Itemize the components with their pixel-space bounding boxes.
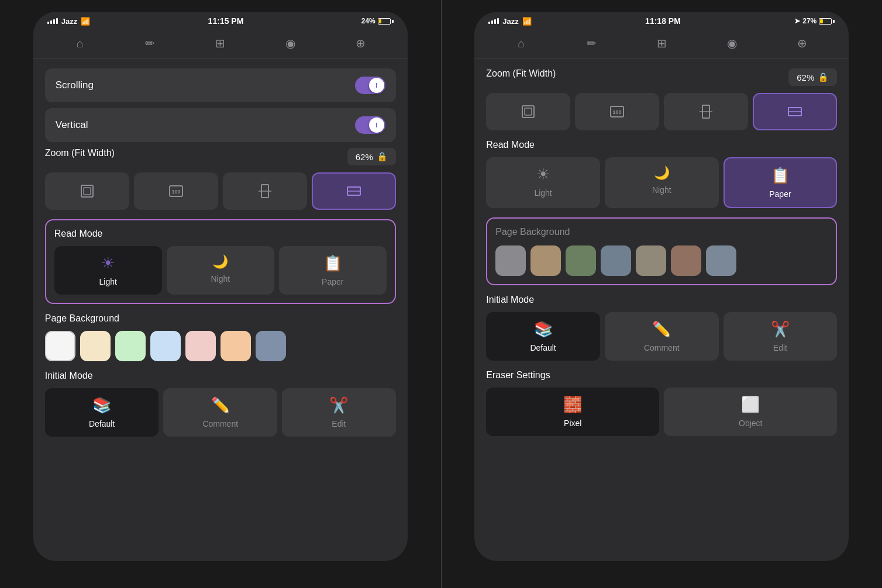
left-initial-mode-buttons: 📚 Default ✏️ Comment ✂️ Edit xyxy=(45,388,396,437)
right-zoom-section: Zoom (Fit Width) 62% 🔒 100 xyxy=(486,68,837,130)
left-status-bar: Jazz 📶 11:15 PM 24% xyxy=(33,12,408,28)
right-initial-edit-icon: ✂️ xyxy=(771,320,790,338)
right-initial-default[interactable]: 📚 Default xyxy=(486,312,600,361)
scrolling-label: Scrolling xyxy=(56,79,94,91)
left-night-icon: 🌙 xyxy=(212,254,228,269)
right-bg-steel[interactable] xyxy=(601,245,631,276)
right-eraser-object-icon: ⬜ xyxy=(741,396,760,414)
vertical-row[interactable]: Vertical I xyxy=(45,108,396,142)
left-mode-light[interactable]: ☀ Light xyxy=(54,246,162,295)
right-nav-face[interactable]: ◉ xyxy=(721,33,742,54)
right-bg-slate[interactable] xyxy=(706,245,736,276)
bar4 xyxy=(56,18,58,24)
right-mode-buttons: ☀ Light 🌙 Night 📋 Paper xyxy=(486,157,837,208)
right-nav-edit[interactable]: ✏ xyxy=(581,33,602,54)
left-nav-edit[interactable]: ✏ xyxy=(140,33,161,54)
left-bg-green[interactable] xyxy=(115,331,146,361)
right-bg-warm[interactable] xyxy=(636,245,666,276)
left-zoom-fit-page[interactable] xyxy=(45,172,129,210)
left-initial-default[interactable]: 📚 Default xyxy=(45,388,159,437)
svg-text:100: 100 xyxy=(171,189,180,195)
left-zoom-row: Zoom (Fit Width) 62% 🔒 xyxy=(45,148,396,165)
left-bg-white[interactable] xyxy=(45,331,75,361)
right-night-icon: 🌙 xyxy=(654,165,670,181)
right-initial-comment-icon: ✏️ xyxy=(652,320,671,338)
left-mode-night[interactable]: 🌙 Night xyxy=(167,246,274,295)
right-eraser-object[interactable]: ⬜ Object xyxy=(664,388,837,436)
left-initial-edit-label: Edit xyxy=(332,419,346,428)
left-zoom-value: 62% xyxy=(356,152,373,162)
right-bg-green[interactable] xyxy=(566,245,596,276)
left-mode-paper[interactable]: 📋 Paper xyxy=(279,246,387,295)
left-battery-tip xyxy=(392,20,394,23)
right-mode-night[interactable]: 🌙 Night xyxy=(605,157,719,208)
right-zoom-fit-width[interactable] xyxy=(753,93,837,130)
right-time: 11:18 PM xyxy=(645,16,681,26)
left-bg-orange[interactable] xyxy=(220,331,251,361)
right-zoom-100[interactable]: 100 xyxy=(575,93,659,130)
right-battery-tip xyxy=(833,20,835,23)
left-bg-cream[interactable] xyxy=(80,331,111,361)
right-zoom-fit-page[interactable] xyxy=(486,93,570,130)
right-bg-tan[interactable] xyxy=(530,245,561,276)
right-battery-fill xyxy=(820,19,823,23)
left-bg-pink[interactable] xyxy=(185,331,216,361)
right-zoom-fit-width-alt[interactable] xyxy=(664,93,748,130)
vertical-toggle[interactable]: I xyxy=(355,116,385,134)
right-eraser-pixel[interactable]: 🧱 Pixel xyxy=(486,388,659,436)
left-signal xyxy=(47,18,58,24)
right-initial-edit[interactable]: ✂️ Edit xyxy=(723,312,838,361)
right-eraser-buttons: 🧱 Pixel ⬜ Object xyxy=(486,388,837,436)
right-read-mode-section: Read Mode ☀ Light 🌙 Night 📋 P xyxy=(486,140,837,208)
left-nav-icons: ⌂ ✏ ⊞ ◉ ⊕ xyxy=(33,28,408,59)
left-paper-icon: 📋 xyxy=(323,254,342,272)
right-nav-image[interactable]: ⊞ xyxy=(651,33,672,54)
left-night-label: Night xyxy=(211,274,230,283)
left-nav-face[interactable]: ◉ xyxy=(280,33,301,54)
svg-rect-0 xyxy=(81,185,93,197)
right-bg-brown[interactable] xyxy=(671,245,701,276)
scrolling-row[interactable]: Scrolling I xyxy=(45,68,396,102)
right-initial-comment[interactable]: ✏️ Comment xyxy=(605,312,719,361)
right-nav-people[interactable]: ⊕ xyxy=(791,33,812,54)
left-time: 11:15 PM xyxy=(208,16,244,26)
vertical-knob: I xyxy=(369,117,384,133)
right-eraser-pixel-icon: 🧱 xyxy=(563,396,582,414)
left-initial-comment[interactable]: ✏️ Comment xyxy=(163,388,277,437)
left-page-bg-section: Page Background xyxy=(45,313,396,361)
left-initial-edit[interactable]: ✂️ Edit xyxy=(282,388,396,437)
left-read-mode-label: Read Mode xyxy=(54,229,387,239)
rbar1 xyxy=(488,22,490,24)
right-zoom-options: 100 xyxy=(486,93,837,130)
vertical-label: Vertical xyxy=(56,119,88,131)
right-page-bg-label: Page Background xyxy=(495,227,828,237)
right-paper-label: Paper xyxy=(769,189,791,199)
right-bg-gray[interactable] xyxy=(495,245,526,276)
right-initial-mode-section: Initial Mode 📚 Default ✏️ Comment ✂️ Edi… xyxy=(486,295,837,361)
left-status-left: Jazz 📶 xyxy=(47,17,90,26)
svg-text:100: 100 xyxy=(613,109,622,115)
left-bg-slate[interactable] xyxy=(256,331,286,361)
left-initial-edit-icon: ✂️ xyxy=(329,396,348,414)
right-nav-home[interactable]: ⌂ xyxy=(511,33,532,54)
right-mode-paper[interactable]: 📋 Paper xyxy=(723,157,838,208)
vertical-i: I xyxy=(375,122,377,129)
left-nav-image[interactable]: ⊞ xyxy=(210,33,231,54)
left-zoom-fit-width-alt[interactable] xyxy=(223,172,307,210)
left-initial-mode-section: Initial Mode 📚 Default ✏️ Comment ✂️ Edi… xyxy=(45,371,396,437)
left-mode-buttons: ☀ Light 🌙 Night 📋 Paper xyxy=(54,246,387,295)
left-nav-home[interactable]: ⌂ xyxy=(70,33,91,54)
right-mode-light[interactable]: ☀ Light xyxy=(486,157,600,208)
left-zoom-fit-width[interactable] xyxy=(312,172,396,210)
left-nav-people[interactable]: ⊕ xyxy=(350,33,371,54)
right-eraser-label: Eraser Settings xyxy=(486,370,837,381)
left-zoom-100[interactable]: 100 xyxy=(134,172,218,210)
right-read-mode-label: Read Mode xyxy=(486,140,837,150)
left-read-mode-section: Read Mode ☀ Light 🌙 Night 📋 P xyxy=(45,219,396,304)
left-bg-blue[interactable] xyxy=(150,331,181,361)
right-battery-pct: 27% xyxy=(802,17,816,25)
right-initial-comment-label: Comment xyxy=(644,343,680,352)
scrolling-toggle[interactable]: I xyxy=(355,77,385,94)
right-initial-default-label: Default xyxy=(530,343,556,352)
scrolling-knob: I xyxy=(369,78,384,93)
